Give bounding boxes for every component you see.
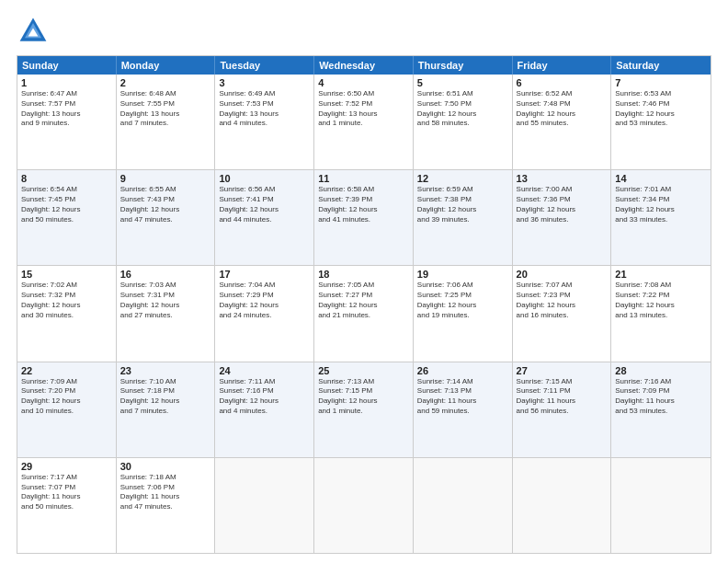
calendar-cell-17: 17Sunrise: 7:04 AMSunset: 7:29 PMDayligh… — [215, 266, 314, 361]
day-number: 25 — [318, 365, 409, 376]
calendar-cell-26: 26Sunrise: 7:14 AMSunset: 7:13 PMDayligh… — [414, 362, 513, 457]
header-day-monday: Monday — [117, 56, 216, 75]
calendar-cell-14: 14Sunrise: 7:01 AMSunset: 7:34 PMDayligh… — [611, 170, 711, 265]
day-number: 1 — [21, 77, 112, 88]
calendar-cell-empty — [611, 458, 711, 553]
calendar-cell-4: 4Sunrise: 6:50 AMSunset: 7:52 PMDaylight… — [314, 75, 414, 169]
calendar-cell-21: 21Sunrise: 7:08 AMSunset: 7:22 PMDayligh… — [611, 266, 711, 361]
cell-text: Sunrise: 7:03 AMSunset: 7:31 PMDaylight:… — [120, 281, 211, 320]
day-number: 29 — [21, 461, 112, 472]
day-number: 15 — [21, 269, 112, 280]
calendar-cell-1: 1Sunrise: 6:47 AMSunset: 7:57 PMDaylight… — [17, 75, 117, 169]
cell-text: Sunrise: 7:18 AMSunset: 7:06 PMDaylight:… — [120, 473, 211, 512]
day-number: 30 — [120, 461, 211, 472]
calendar-cell-empty — [513, 458, 612, 553]
calendar-cell-28: 28Sunrise: 7:16 AMSunset: 7:09 PMDayligh… — [611, 362, 711, 457]
day-number: 7 — [615, 77, 707, 88]
cell-text: Sunrise: 7:00 AMSunset: 7:36 PMDaylight:… — [517, 185, 608, 224]
cell-text: Sunrise: 7:14 AMSunset: 7:13 PMDaylight:… — [417, 377, 508, 417]
cell-text: Sunrise: 6:47 AMSunset: 7:57 PMDaylight:… — [21, 89, 112, 129]
calendar-body: 1Sunrise: 6:47 AMSunset: 7:57 PMDaylight… — [17, 75, 711, 553]
calendar-cell-5: 5Sunrise: 6:51 AMSunset: 7:50 PMDaylight… — [414, 75, 513, 169]
header — [17, 15, 711, 48]
calendar-cell-23: 23Sunrise: 7:10 AMSunset: 7:18 PMDayligh… — [117, 362, 216, 457]
cell-text: Sunrise: 7:10 AMSunset: 7:18 PMDaylight:… — [120, 377, 211, 417]
cell-text: Sunrise: 7:16 AMSunset: 7:09 PMDaylight:… — [615, 377, 707, 417]
cell-text: Sunrise: 6:52 AMSunset: 7:48 PMDaylight:… — [517, 89, 608, 129]
header-day-tuesday: Tuesday — [215, 56, 314, 75]
cell-text: Sunrise: 7:04 AMSunset: 7:29 PMDaylight:… — [219, 281, 310, 320]
day-number: 4 — [318, 77, 409, 88]
calendar-cell-24: 24Sunrise: 7:11 AMSunset: 7:16 PMDayligh… — [215, 362, 314, 457]
day-number: 22 — [21, 365, 112, 376]
day-number: 9 — [120, 173, 211, 184]
day-number: 6 — [517, 77, 608, 88]
day-number: 2 — [120, 77, 211, 88]
calendar-row-3: 22Sunrise: 7:09 AMSunset: 7:20 PMDayligh… — [17, 362, 711, 457]
day-number: 13 — [517, 173, 608, 184]
calendar-cell-22: 22Sunrise: 7:09 AMSunset: 7:20 PMDayligh… — [17, 362, 117, 457]
calendar-cell-empty — [414, 458, 513, 553]
day-number: 23 — [120, 365, 211, 376]
day-number: 24 — [219, 365, 310, 376]
day-number: 8 — [21, 173, 112, 184]
calendar-cell-15: 15Sunrise: 7:02 AMSunset: 7:32 PMDayligh… — [17, 266, 117, 361]
day-number: 19 — [417, 269, 508, 280]
cell-text: Sunrise: 7:08 AMSunset: 7:22 PMDaylight:… — [615, 281, 707, 320]
logo — [17, 15, 55, 48]
page: SundayMondayTuesdayWednesdayThursdayFrid… — [0, 0, 728, 563]
day-number: 5 — [417, 77, 508, 88]
calendar-cell-20: 20Sunrise: 7:07 AMSunset: 7:23 PMDayligh… — [513, 266, 612, 361]
day-number: 17 — [219, 269, 310, 280]
header-day-friday: Friday — [513, 56, 612, 75]
calendar-row-2: 15Sunrise: 7:02 AMSunset: 7:32 PMDayligh… — [17, 265, 711, 361]
day-number: 11 — [318, 173, 409, 184]
calendar-cell-16: 16Sunrise: 7:03 AMSunset: 7:31 PMDayligh… — [117, 266, 216, 361]
day-number: 26 — [417, 365, 508, 376]
calendar-cell-25: 25Sunrise: 7:13 AMSunset: 7:15 PMDayligh… — [314, 362, 414, 457]
calendar-row-4: 29Sunrise: 7:17 AMSunset: 7:07 PMDayligh… — [17, 457, 711, 553]
cell-text: Sunrise: 7:09 AMSunset: 7:20 PMDaylight:… — [21, 377, 112, 417]
cell-text: Sunrise: 6:59 AMSunset: 7:38 PMDaylight:… — [417, 185, 508, 224]
cell-text: Sunrise: 7:17 AMSunset: 7:07 PMDaylight:… — [21, 473, 112, 512]
calendar-header: SundayMondayTuesdayWednesdayThursdayFrid… — [17, 56, 711, 75]
day-number: 21 — [615, 269, 707, 280]
calendar-cell-10: 10Sunrise: 6:56 AMSunset: 7:41 PMDayligh… — [215, 170, 314, 265]
day-number: 16 — [120, 269, 211, 280]
cell-text: Sunrise: 7:07 AMSunset: 7:23 PMDaylight:… — [517, 281, 608, 320]
day-number: 10 — [219, 173, 310, 184]
cell-text: Sunrise: 7:01 AMSunset: 7:34 PMDaylight:… — [615, 185, 707, 224]
calendar-cell-11: 11Sunrise: 6:58 AMSunset: 7:39 PMDayligh… — [314, 170, 414, 265]
calendar-cell-7: 7Sunrise: 6:53 AMSunset: 7:46 PMDaylight… — [611, 75, 711, 169]
cell-text: Sunrise: 6:50 AMSunset: 7:52 PMDaylight:… — [318, 89, 409, 129]
cell-text: Sunrise: 7:15 AMSunset: 7:11 PMDaylight:… — [517, 377, 608, 417]
header-day-wednesday: Wednesday — [314, 56, 414, 75]
cell-text: Sunrise: 7:06 AMSunset: 7:25 PMDaylight:… — [417, 281, 508, 320]
cell-text: Sunrise: 7:11 AMSunset: 7:16 PMDaylight:… — [219, 377, 310, 417]
cell-text: Sunrise: 6:54 AMSunset: 7:45 PMDaylight:… — [21, 185, 112, 224]
calendar-cell-empty — [314, 458, 414, 553]
calendar-cell-30: 30Sunrise: 7:18 AMSunset: 7:06 PMDayligh… — [117, 458, 216, 553]
calendar-cell-9: 9Sunrise: 6:55 AMSunset: 7:43 PMDaylight… — [117, 170, 216, 265]
calendar-cell-12: 12Sunrise: 6:59 AMSunset: 7:38 PMDayligh… — [414, 170, 513, 265]
day-number: 27 — [517, 365, 608, 376]
calendar-cell-empty — [215, 458, 314, 553]
calendar-cell-3: 3Sunrise: 6:49 AMSunset: 7:53 PMDaylight… — [215, 75, 314, 169]
calendar: SundayMondayTuesdayWednesdayThursdayFrid… — [17, 55, 711, 554]
cell-text: Sunrise: 6:56 AMSunset: 7:41 PMDaylight:… — [219, 185, 310, 224]
day-number: 3 — [219, 77, 310, 88]
calendar-cell-2: 2Sunrise: 6:48 AMSunset: 7:55 PMDaylight… — [117, 75, 216, 169]
calendar-cell-19: 19Sunrise: 7:06 AMSunset: 7:25 PMDayligh… — [414, 266, 513, 361]
calendar-cell-29: 29Sunrise: 7:17 AMSunset: 7:07 PMDayligh… — [17, 458, 117, 553]
cell-text: Sunrise: 6:58 AMSunset: 7:39 PMDaylight:… — [318, 185, 409, 224]
cell-text: Sunrise: 7:02 AMSunset: 7:32 PMDaylight:… — [21, 281, 112, 320]
cell-text: Sunrise: 6:51 AMSunset: 7:50 PMDaylight:… — [417, 89, 508, 129]
day-number: 18 — [318, 269, 409, 280]
day-number: 12 — [417, 173, 508, 184]
day-number: 28 — [615, 365, 707, 376]
calendar-cell-27: 27Sunrise: 7:15 AMSunset: 7:11 PMDayligh… — [513, 362, 612, 457]
calendar-cell-8: 8Sunrise: 6:54 AMSunset: 7:45 PMDaylight… — [17, 170, 117, 265]
header-day-thursday: Thursday — [414, 56, 513, 75]
cell-text: Sunrise: 6:53 AMSunset: 7:46 PMDaylight:… — [615, 89, 707, 129]
header-day-sunday: Sunday — [17, 56, 117, 75]
